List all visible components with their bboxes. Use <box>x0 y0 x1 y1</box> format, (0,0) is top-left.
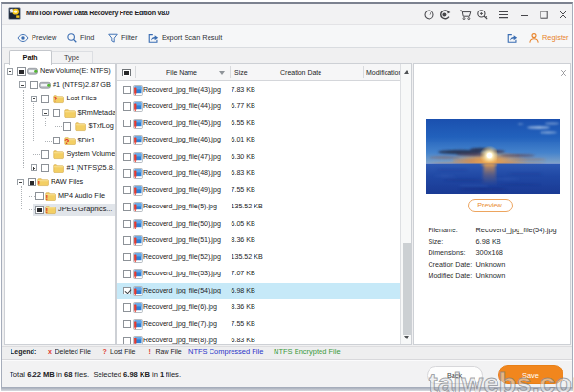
file-size: 6.01 KB <box>232 132 255 149</box>
file-row[interactable]: Recoverd_jpg_file(47).jpg6.30 KB <box>117 149 401 166</box>
tree-node--1-ntfs-2-87-gb[interactable]: #1 (NTFS)2.87 GB <box>5 78 116 93</box>
file-checkbox[interactable] <box>123 337 132 345</box>
tree-node-lost-files[interactable]: ?Lost Files <box>5 92 116 106</box>
toolbar-button-export-scan-result[interactable]: Export Scan Result <box>147 27 222 49</box>
file-checkbox[interactable] <box>123 287 132 295</box>
tree-checkbox[interactable] <box>41 164 50 173</box>
file-row[interactable]: Recoverd_jpg_file(5).jpg135.52 KB <box>117 199 401 216</box>
file-row[interactable]: Recoverd_jpg_file(43).jpg7.83 KB <box>117 82 401 99</box>
column-divider <box>363 66 364 78</box>
file-size: 7.55 KB <box>232 183 255 200</box>
column-size[interactable]: Size <box>234 64 248 80</box>
file-row[interactable]: Recoverd_jpg_file(45).jpg6.55 KB <box>117 116 401 133</box>
file-jpg-icon <box>133 252 143 263</box>
drive-icon <box>27 66 38 76</box>
tree-checkbox[interactable] <box>41 95 50 103</box>
svg-text:?: ? <box>64 137 69 145</box>
folder-icon <box>53 163 64 174</box>
magnifier-icon <box>66 33 77 44</box>
file-row[interactable]: Recoverd_jpg_file(54).jpg6.98 KB <box>117 283 401 300</box>
detail-value: 300x168 <box>476 248 503 259</box>
maximize-icon[interactable] <box>538 9 550 21</box>
tree-node--dir1[interactable]: ?$Dir1 <box>5 134 116 148</box>
file-checkbox[interactable] <box>123 120 132 128</box>
collapse-icon[interactable] <box>7 68 13 75</box>
column-file-name[interactable]: File Name <box>117 64 229 80</box>
scroll-down-icon[interactable] <box>404 336 409 339</box>
preview-panel: Preview Filename:Recoverd_jpg_file(54).j… <box>413 63 571 345</box>
scrollbar-thumb[interactable] <box>403 243 411 335</box>
file-checkbox[interactable] <box>123 136 132 144</box>
file-row[interactable]: Recoverd_jpg_file(7).jpg7.55 KB <box>117 316 401 334</box>
file-checkbox[interactable] <box>123 220 132 229</box>
file-row[interactable]: Recoverd_jpg_file(52).jpg135.52 KB <box>117 250 401 267</box>
license-key-icon[interactable] <box>476 9 489 21</box>
promo-icon[interactable] <box>438 9 451 21</box>
file-checkbox[interactable] <box>123 186 132 195</box>
file-row[interactable]: Recoverd_jpg_file(50).jpg6.05 KB <box>117 216 401 233</box>
file-jpg-icon <box>133 85 143 96</box>
menu-icon[interactable] <box>497 9 510 21</box>
tree-checkbox[interactable] <box>35 206 44 214</box>
close-preview-icon[interactable] <box>560 69 567 76</box>
tree-checkbox[interactable] <box>28 178 36 186</box>
tree-checkbox[interactable] <box>35 192 44 201</box>
file-row[interactable]: Recoverd_jpg_file(8).jpg6.83 KB <box>117 333 401 345</box>
tree-checkbox[interactable] <box>41 150 50 159</box>
file-jpg-icon <box>133 202 143 212</box>
register-button[interactable]: Register <box>528 27 569 49</box>
tab-path[interactable]: Path <box>9 50 52 65</box>
collapse-icon[interactable] <box>31 96 37 102</box>
detail-row: Dimensions:300x168 <box>414 248 571 259</box>
file-size: 6.98 KB <box>232 283 255 300</box>
share-button[interactable] <box>506 27 518 49</box>
cart-icon[interactable] <box>459 9 472 21</box>
preview-button[interactable]: Preview <box>468 199 513 212</box>
file-checkbox[interactable] <box>123 270 132 278</box>
file-checkbox[interactable] <box>123 236 132 245</box>
tree-checkbox[interactable] <box>30 81 38 90</box>
file-row[interactable]: Recoverd_jpg_file(51).jpg8.36 KB <box>117 232 401 250</box>
tree-node--1-ntfs-25-8-[interactable]: #1 (NTFS)25.8... <box>5 162 116 176</box>
collapse-icon[interactable] <box>19 81 26 88</box>
tree-checkbox[interactable] <box>63 122 72 131</box>
tree-node-new-volume-e-ntfs-[interactable]: New Volume(E: NTFS) <box>5 64 116 78</box>
toolbar-button-find[interactable]: Find <box>66 27 94 49</box>
column-creation-date[interactable]: Creation Date <box>280 64 321 80</box>
file-checkbox[interactable] <box>123 253 132 262</box>
column-modification[interactable]: Modification <box>366 64 402 80</box>
timer-icon[interactable] <box>423 9 435 21</box>
expand-icon[interactable] <box>31 164 37 171</box>
file-row[interactable]: Recoverd_jpg_file(44).jpg6.77 KB <box>117 98 401 116</box>
file-checkbox[interactable] <box>123 320 132 329</box>
file-row[interactable]: Recoverd_jpg_file(49).jpg7.55 KB <box>117 183 401 200</box>
toolbar: PreviewFindFilterExport Scan Result Regi… <box>2 24 572 48</box>
file-row[interactable]: Recoverd_jpg_file(6).jpg8.36 KB <box>117 299 401 316</box>
file-checkbox[interactable] <box>123 153 132 162</box>
tree-node-system-volume-[interactable]: System Volume... <box>5 147 116 162</box>
file-row[interactable]: Recoverd_jpg_file(48).jpg6.83 KB <box>117 165 401 183</box>
close-icon[interactable] <box>557 9 569 21</box>
file-row[interactable]: Recoverd_jpg_file(53).jpg7.07 KB <box>117 266 401 283</box>
tree-node--rmmetadata[interactable]: $RmMetadata <box>5 106 116 120</box>
tree-checkbox[interactable] <box>53 137 61 145</box>
collapse-icon[interactable] <box>17 179 24 185</box>
toolbar-button-filter[interactable]: Filter <box>107 27 137 49</box>
file-checkbox[interactable] <box>123 169 132 178</box>
tree-checkbox[interactable] <box>17 67 26 76</box>
file-checkbox[interactable] <box>123 203 132 211</box>
file-checkbox[interactable] <box>123 86 132 95</box>
scroll-up-icon[interactable] <box>404 70 409 74</box>
vertical-scrollbar[interactable] <box>400 64 411 344</box>
detail-row: Filename:Recoverd_jpg_file(54).jpg <box>414 225 571 236</box>
file-size: 6.83 KB <box>232 333 255 345</box>
detail-label: Size: <box>429 236 444 248</box>
tree-checkbox[interactable] <box>53 109 61 118</box>
collapse-icon[interactable] <box>42 109 49 116</box>
svg-text:!: ! <box>46 207 49 214</box>
file-checkbox[interactable] <box>123 303 132 312</box>
minimize-icon[interactable] <box>519 9 531 21</box>
file-row[interactable]: Recoverd_jpg_file(46).jpg6.01 KB <box>117 132 401 149</box>
toolbar-button-preview[interactable]: Preview <box>17 27 56 49</box>
file-checkbox[interactable] <box>123 102 132 111</box>
